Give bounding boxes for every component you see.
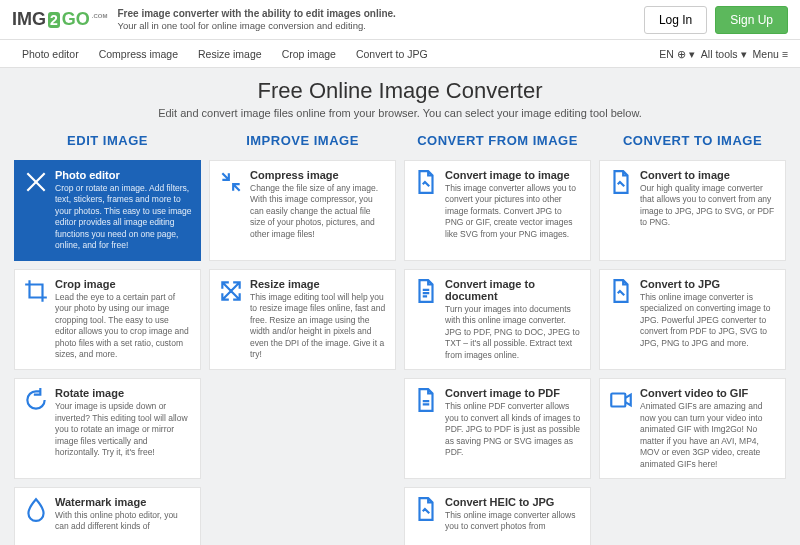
crop-icon: [23, 278, 49, 304]
expand-icon: [218, 278, 244, 304]
signup-button[interactable]: Sign Up: [715, 6, 788, 34]
nav-convert-jpg[interactable]: Convert to JPG: [346, 42, 438, 66]
card-rotate-image[interactable]: Rotate imageYour image is upside down or…: [14, 378, 201, 479]
card-title: Photo editor: [55, 169, 192, 181]
card-desc: This online image converter is specializ…: [640, 292, 777, 349]
card-title: Convert image to PDF: [445, 387, 582, 399]
col-header-edit: EDIT IMAGE: [14, 129, 201, 152]
card-convert-heic-to-jpg[interactable]: Convert HEIC to JPGThis online image con…: [404, 487, 591, 545]
card-desc: Our high quality image converter that al…: [640, 183, 777, 229]
card-title: Convert to image: [640, 169, 777, 181]
language-selector[interactable]: EN ⊕ ▾: [659, 48, 695, 60]
nav-photo-editor[interactable]: Photo editor: [12, 42, 89, 66]
col-header-to: CONVERT TO IMAGE: [599, 129, 786, 152]
card-desc: Your image is upside down or inverted? T…: [55, 401, 192, 458]
rotate-icon: [23, 387, 49, 413]
tagline: Free image converter with the ability to…: [117, 7, 395, 32]
card-title: Watermark image: [55, 496, 192, 508]
card-title: Rotate image: [55, 387, 192, 399]
card-desc: This image converter allows you to conve…: [445, 183, 582, 240]
card-desc: Change the file size of any image. With …: [250, 183, 387, 240]
file-image-icon: [608, 169, 634, 195]
all-tools-dropdown[interactable]: All tools ▾: [701, 48, 747, 60]
header-right: Log In Sign Up: [644, 6, 788, 34]
card-desc: Crop or rotate an image. Add filters, te…: [55, 183, 192, 252]
card-desc: This image editing tool will help you to…: [250, 292, 387, 361]
card-convert-to-jpg[interactable]: Convert to JPGThis online image converte…: [599, 269, 786, 370]
pencil-crossed-icon: [23, 169, 49, 195]
chevron-down-icon: ▾: [689, 48, 695, 60]
page-title: Free Online Image Converter: [0, 78, 800, 104]
lang-label: EN: [659, 48, 674, 60]
logo-dotcom: .COM: [92, 13, 108, 19]
card-title: Convert image to document: [445, 278, 582, 302]
file-image-icon: [413, 169, 439, 195]
chevron-down-icon: ▾: [741, 48, 747, 60]
water-drop-icon: [23, 496, 49, 522]
logo-go: GO: [62, 9, 90, 30]
card-convert-image-to-pdf[interactable]: Convert image to PDFThis online PDF conv…: [404, 378, 591, 479]
card-title: Resize image: [250, 278, 387, 290]
card-desc: This online image converter allows you t…: [445, 510, 582, 533]
card-watermark-image[interactable]: Watermark imageWith this online photo ed…: [14, 487, 201, 545]
menu-label: Menu: [753, 48, 779, 60]
tagline-sub: Your all in one tool for online image co…: [117, 20, 395, 32]
card-desc: Turn your images into documents with thi…: [445, 304, 582, 361]
card-resize-image[interactable]: Resize imageThis image editing tool will…: [209, 269, 396, 370]
card-title: Convert video to GIF: [640, 387, 777, 399]
col-header-from: CONVERT FROM IMAGE: [404, 129, 591, 152]
card-convert-image-to-image[interactable]: Convert image to imageThis image convert…: [404, 160, 591, 261]
col-header-improve: IMPROVE IMAGE: [209, 129, 396, 152]
card-title: Convert image to image: [445, 169, 582, 181]
logo[interactable]: IMG 2 GO .COM: [12, 9, 107, 30]
tagline-bold: Free image converter with the ability to…: [117, 7, 395, 20]
file-pdf-icon: [413, 387, 439, 413]
main-title: Free Online Image Converter Edit and con…: [0, 68, 800, 121]
nav-crop-image[interactable]: Crop image: [272, 42, 346, 66]
logo-two: 2: [48, 12, 60, 28]
login-button[interactable]: Log In: [644, 6, 707, 34]
card-photo-editor[interactable]: Photo editorCrop or rotate an image. Add…: [14, 160, 201, 261]
video-icon: [608, 387, 634, 413]
alltools-label: All tools: [701, 48, 738, 60]
card-title: Crop image: [55, 278, 192, 290]
logo-img: IMG: [12, 9, 46, 30]
card-crop-image[interactable]: Crop imageLead the eye to a certain part…: [14, 269, 201, 370]
nav-compress-image[interactable]: Compress image: [89, 42, 188, 66]
card-title: Compress image: [250, 169, 387, 181]
nav: Photo editor Compress image Resize image…: [0, 40, 800, 68]
card-convert-image-to-document[interactable]: Convert image to documentTurn your image…: [404, 269, 591, 370]
file-text-icon: [413, 278, 439, 304]
card-title: Convert to JPG: [640, 278, 777, 290]
page-subtitle: Edit and convert image files online from…: [0, 107, 800, 119]
card-desc: With this online photo editor, you can a…: [55, 510, 192, 533]
hamburger-icon: ≡: [782, 48, 788, 60]
menu-button[interactable]: Menu ≡: [753, 48, 788, 60]
tool-grid: EDIT IMAGE IMPROVE IMAGE CONVERT FROM IM…: [0, 121, 800, 545]
card-desc: Lead the eye to a certain part of your p…: [55, 292, 192, 361]
file-image-icon: [608, 278, 634, 304]
card-desc: This online PDF converter allows you to …: [445, 401, 582, 458]
card-compress-image[interactable]: Compress imageChange the file size of an…: [209, 160, 396, 261]
svg-rect-0: [611, 394, 625, 407]
file-image-icon: [413, 496, 439, 522]
compress-icon: [218, 169, 244, 195]
card-desc: Animated GIFs are amazing and now you ca…: [640, 401, 777, 470]
nav-resize-image[interactable]: Resize image: [188, 42, 272, 66]
globe-icon: ⊕: [677, 48, 686, 60]
card-title: Convert HEIC to JPG: [445, 496, 582, 508]
card-convert-to-image[interactable]: Convert to imageOur high quality image c…: [599, 160, 786, 261]
header: IMG 2 GO .COM Free image converter with …: [0, 0, 800, 40]
card-convert-video-to-gif[interactable]: Convert video to GIFAnimated GIFs are am…: [599, 378, 786, 479]
